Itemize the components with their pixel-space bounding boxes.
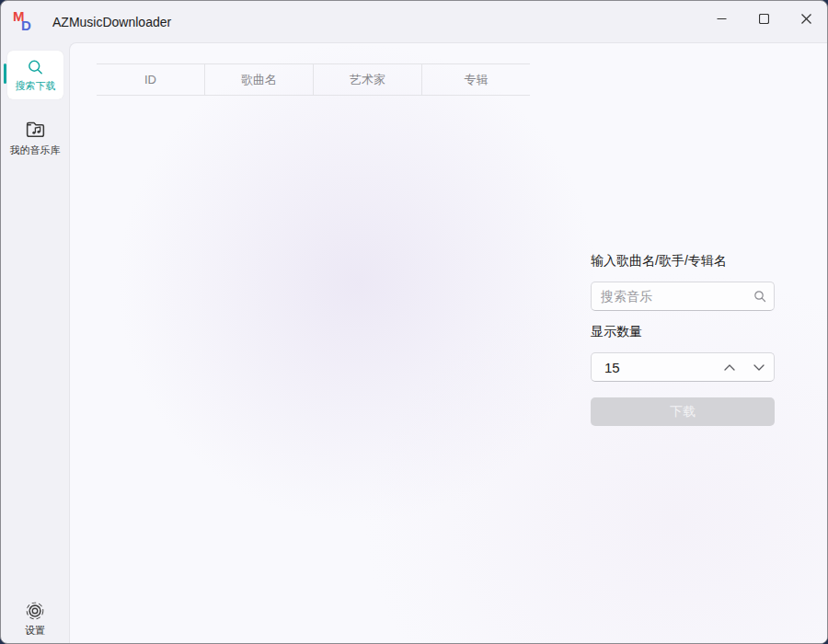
quantity-label: 显示数量 — [591, 324, 775, 340]
app-window: M D AZMusicDownloader 搜索下载 — [0, 0, 828, 644]
search-input[interactable] — [591, 282, 775, 311]
titlebar: M D AZMusicDownloader — [1, 1, 827, 42]
quantity-stepper: 15 — [591, 352, 775, 382]
quantity-value[interactable]: 15 — [592, 360, 715, 375]
minimize-button[interactable] — [700, 1, 742, 36]
active-item-indicator — [4, 63, 6, 84]
app-logo-icon: M D — [13, 9, 39, 34]
sidebar-item-search-download[interactable]: 搜索下载 — [7, 51, 63, 99]
sidebar-item-settings[interactable]: 设置 — [1, 600, 69, 638]
column-header-artist[interactable]: 艺术家 — [313, 64, 421, 95]
search-icon — [753, 290, 766, 303]
column-header-album[interactable]: 专辑 — [421, 64, 530, 95]
close-button[interactable] — [785, 1, 827, 36]
search-form-title: 输入歌曲名/歌手/专辑名 — [591, 253, 775, 270]
maximize-button[interactable] — [742, 1, 785, 36]
download-button[interactable]: 下载 — [591, 397, 775, 426]
search-form-panel: 输入歌曲名/歌手/专辑名 显示数量 15 — [591, 253, 775, 426]
sidebar-item-label: 设置 — [25, 624, 45, 638]
minimize-icon — [717, 14, 727, 24]
stepper-decrease-button[interactable] — [744, 353, 774, 381]
search-box — [591, 282, 775, 311]
content-pane: ID 歌曲名 艺术家 专辑 输入歌曲名/歌手/专辑名 显示数量 15 — [69, 42, 827, 643]
maximize-icon — [759, 14, 769, 24]
sidebar: 搜索下载 我的音乐库 设置 — [1, 42, 69, 643]
chevron-down-icon — [753, 364, 765, 371]
sidebar-item-my-music-library[interactable]: 我的音乐库 — [7, 112, 63, 164]
stepper-increase-button[interactable] — [715, 353, 744, 381]
close-icon — [801, 14, 811, 24]
sidebar-item-label: 搜索下载 — [16, 79, 56, 93]
chevron-up-icon — [724, 364, 735, 371]
app-title: AZMusicDownloader — [52, 15, 171, 29]
music-library-icon — [24, 118, 47, 141]
search-icon — [24, 58, 47, 76]
gear-icon — [24, 600, 46, 622]
results-table-header: ID 歌曲名 艺术家 专辑 — [97, 63, 530, 96]
window-controls — [700, 1, 827, 42]
column-header-id[interactable]: ID — [97, 64, 204, 95]
sidebar-item-label: 我的音乐库 — [10, 144, 61, 157]
logo-letter-d: D — [21, 17, 31, 33]
column-header-song[interactable]: 歌曲名 — [204, 64, 313, 95]
